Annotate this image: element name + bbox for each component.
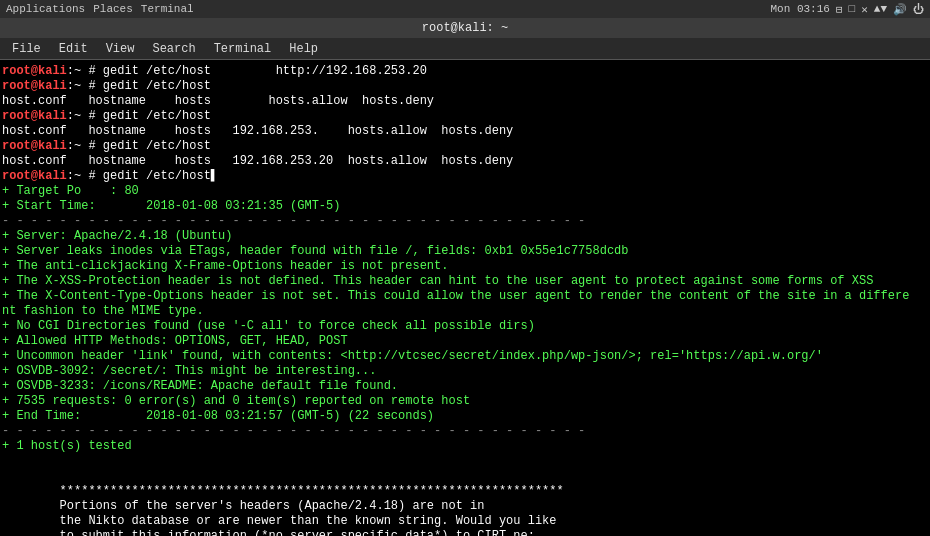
power-icon: ⏻ bbox=[913, 3, 924, 16]
term-mime: nt fashion to the MIME type. bbox=[2, 304, 928, 319]
system-time: Mon 03:16 bbox=[771, 3, 830, 15]
term-nikto-db: the Nikto database or are newer than the… bbox=[2, 514, 928, 529]
term-line-5: root@kali:~ # gedit /etc/host bbox=[2, 139, 928, 154]
sys-icon-1: ⊟ bbox=[836, 3, 843, 16]
term-line-9: + Start Time: 2018-01-08 03:21:35 (GMT-5… bbox=[2, 199, 928, 214]
menu-view[interactable]: View bbox=[98, 40, 143, 58]
term-line-0: root@kali:~ # gedit /etc/host http://192… bbox=[2, 64, 928, 79]
term-requests: + 7535 requests: 0 error(s) and 0 item(s… bbox=[2, 394, 928, 409]
menu-search[interactable]: Search bbox=[144, 40, 203, 58]
term-xcontent: + The X-Content-Type-Options header is n… bbox=[2, 289, 928, 304]
term-blank-1 bbox=[2, 454, 928, 469]
term-etags: + Server leaks inodes via ETags, header … bbox=[2, 244, 928, 259]
term-line-6: host.conf hostname hosts 192.168.253.20 … bbox=[2, 154, 928, 169]
term-line-7: root@kali:~ # gedit /etc/host▌ bbox=[2, 169, 928, 184]
menu-help[interactable]: Help bbox=[281, 40, 326, 58]
system-bar-left: Applications Places Terminal bbox=[6, 3, 194, 15]
term-line-1: root@kali:~ # gedit /etc/host bbox=[2, 79, 928, 94]
term-http-methods: + Allowed HTTP Methods: OPTIONS, GET, HE… bbox=[2, 334, 928, 349]
network-icon: ▲▼ bbox=[874, 3, 887, 15]
window-title: root@kali: ~ bbox=[422, 21, 508, 35]
term-server: + Server: Apache/2.4.18 (Ubuntu) bbox=[2, 229, 928, 244]
term-endtime: + End Time: 2018-01-08 03:21:57 (GMT-5) … bbox=[2, 409, 928, 424]
term-line-8: + Target Po : 80 bbox=[2, 184, 928, 199]
term-xxss: + The X-XSS-Protection header is not def… bbox=[2, 274, 928, 289]
term-xframe: + The anti-clickjacking X-Frame-Options … bbox=[2, 259, 928, 274]
menu-edit[interactable]: Edit bbox=[51, 40, 96, 58]
terminal-menu[interactable]: Terminal bbox=[141, 3, 194, 15]
term-stars: ****************************************… bbox=[2, 484, 928, 499]
sys-icon-3: ✕ bbox=[861, 3, 868, 16]
term-osvdb3233: + OSVDB-3233: /icons/README: Apache defa… bbox=[2, 379, 928, 394]
places-menu[interactable]: Places bbox=[93, 3, 133, 15]
sys-icon-2: □ bbox=[849, 3, 856, 15]
terminal[interactable]: root@kali:~ # gedit /etc/host http://192… bbox=[0, 60, 930, 536]
term-hosts-tested: + 1 host(s) tested bbox=[2, 439, 928, 454]
applications-menu[interactable]: Applications bbox=[6, 3, 85, 15]
term-line-4: host.conf hostname hosts 192.168.253. ho… bbox=[2, 124, 928, 139]
term-separator-2: - - - - - - - - - - - - - - - - - - - - … bbox=[2, 424, 928, 439]
term-line-3: root@kali:~ # gedit /etc/host bbox=[2, 109, 928, 124]
term-separator-1: - - - - - - - - - - - - - - - - - - - - … bbox=[2, 214, 928, 229]
term-osvdb3092: + OSVDB-3092: /secret/: This might be in… bbox=[2, 364, 928, 379]
menu-bar: File Edit View Search Terminal Help bbox=[0, 38, 930, 60]
term-portions: Portions of the server's headers (Apache… bbox=[2, 499, 928, 514]
system-bar-right: Mon 03:16 ⊟ □ ✕ ▲▼ 🔊 ⏻ bbox=[771, 3, 924, 16]
term-cgi: + No CGI Directories found (use '-C all'… bbox=[2, 319, 928, 334]
term-blank-2 bbox=[2, 469, 928, 484]
term-link: + Uncommon header 'link' found, with con… bbox=[2, 349, 928, 364]
term-submit: to submit this information (*no server s… bbox=[2, 529, 928, 536]
title-bar: root@kali: ~ bbox=[0, 18, 930, 38]
sound-icon: 🔊 bbox=[893, 3, 907, 16]
menu-terminal[interactable]: Terminal bbox=[206, 40, 280, 58]
term-line-2: host.conf hostname hosts hosts.allow hos… bbox=[2, 94, 928, 109]
menu-file[interactable]: File bbox=[4, 40, 49, 58]
system-bar: Applications Places Terminal Mon 03:16 ⊟… bbox=[0, 0, 930, 18]
